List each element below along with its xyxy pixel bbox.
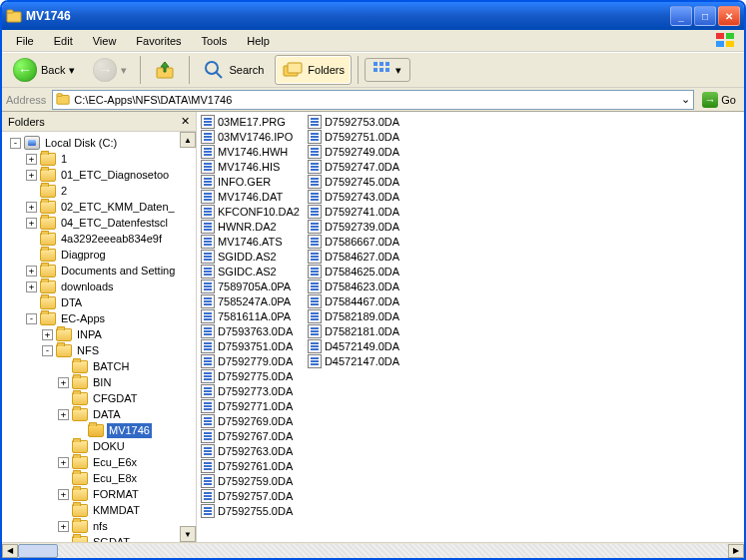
tree-node[interactable]: BATCH bbox=[4, 358, 196, 374]
file-item[interactable]: MV1746.ATS bbox=[201, 234, 300, 249]
menu-view[interactable]: View bbox=[85, 33, 125, 49]
horizontal-scrollbar[interactable]: ◀ ▶ bbox=[2, 542, 744, 558]
tree-toggle-icon[interactable]: + bbox=[42, 329, 53, 340]
tree-toggle-icon[interactable]: + bbox=[26, 281, 37, 292]
tree-node[interactable]: +FORMAT bbox=[4, 486, 196, 502]
tree-node[interactable]: -EC-Apps bbox=[4, 310, 196, 326]
file-item[interactable]: D7592757.0DA bbox=[201, 488, 300, 503]
menu-favorites[interactable]: Favorites bbox=[128, 33, 189, 49]
tree-toggle-icon[interactable]: + bbox=[58, 377, 69, 388]
tree-node[interactable]: +nfs bbox=[4, 518, 196, 534]
file-item[interactable]: MV1746.HIS bbox=[201, 159, 300, 174]
file-item[interactable]: D7584627.0DA bbox=[308, 249, 399, 264]
minimize-button[interactable]: _ bbox=[670, 6, 692, 26]
tree-toggle-icon[interactable]: - bbox=[10, 138, 21, 149]
tree-toggle-icon[interactable]: + bbox=[58, 457, 69, 468]
file-item[interactable]: D7592741.0DA bbox=[308, 204, 399, 219]
file-item[interactable]: D7592769.0DA bbox=[201, 413, 300, 428]
tree-node[interactable]: KMMDAT bbox=[4, 502, 196, 518]
file-item[interactable]: D7592743.0DA bbox=[308, 189, 399, 204]
file-item[interactable]: D7592771.0DA bbox=[201, 398, 300, 413]
file-list-pane[interactable]: 03ME17.PRG03MV1746.IPOMV1746.HWHMV1746.H… bbox=[197, 112, 744, 542]
scroll-track[interactable] bbox=[18, 544, 728, 558]
file-item[interactable]: SGIDC.AS2 bbox=[201, 264, 300, 279]
tree-node[interactable]: +01_ETC_Diagnosetoo bbox=[4, 167, 196, 183]
file-item[interactable]: D7592767.0DA bbox=[201, 428, 300, 443]
tree-toggle-icon[interactable]: + bbox=[26, 170, 37, 181]
scroll-down-button[interactable]: ▼ bbox=[180, 526, 196, 542]
file-item[interactable]: D7593751.0DA bbox=[201, 338, 300, 353]
back-button[interactable]: ← Back ▾ bbox=[6, 55, 82, 85]
file-item[interactable]: D7592763.0DA bbox=[201, 443, 300, 458]
scroll-thumb[interactable] bbox=[18, 544, 58, 558]
tree-toggle-icon[interactable]: + bbox=[58, 489, 69, 500]
file-item[interactable]: 7581611A.0PA bbox=[201, 308, 300, 323]
close-button[interactable]: ✕ bbox=[718, 6, 740, 26]
tree-node[interactable]: Diagprog bbox=[4, 247, 196, 263]
file-item[interactable]: 03MV1746.IPO bbox=[201, 129, 300, 144]
file-item[interactable]: 7585247A.0PA bbox=[201, 293, 300, 308]
file-item[interactable]: MV1746.DAT bbox=[201, 189, 300, 204]
tree-toggle-icon[interactable]: + bbox=[26, 154, 37, 165]
folder-tree[interactable]: ▲ -Local Disk (C:)+1+01_ETC_Diagnosetoo2… bbox=[2, 132, 196, 542]
maximize-button[interactable]: □ bbox=[694, 6, 716, 26]
file-item[interactable]: D7592755.0DA bbox=[201, 503, 300, 518]
tree-node[interactable]: DTA bbox=[4, 294, 196, 310]
file-item[interactable]: INFO.GER bbox=[201, 174, 300, 189]
file-item[interactable]: D7592775.0DA bbox=[201, 368, 300, 383]
scroll-up-button[interactable]: ▲ bbox=[180, 132, 196, 148]
file-item[interactable]: D7582181.0DA bbox=[308, 323, 399, 338]
up-button[interactable] bbox=[147, 55, 183, 85]
file-item[interactable]: D7592759.0DA bbox=[201, 473, 300, 488]
file-item[interactable]: D7592779.0DA bbox=[201, 353, 300, 368]
tree-node[interactable]: +04_ETC_Datenfestscl bbox=[4, 215, 196, 231]
menu-file[interactable]: File bbox=[8, 33, 42, 49]
tree-toggle-icon[interactable]: - bbox=[26, 313, 37, 324]
file-item[interactable]: D7592739.0DA bbox=[308, 219, 399, 234]
tree-node[interactable]: +INPA bbox=[4, 326, 196, 342]
tree-node[interactable]: +02_ETC_KMM_Daten_ bbox=[4, 199, 196, 215]
file-item[interactable]: KFCONF10.DA2 bbox=[201, 204, 300, 219]
tree-node[interactable]: DOKU bbox=[4, 438, 196, 454]
tree-node[interactable]: 2 bbox=[4, 183, 196, 199]
menu-help[interactable]: Help bbox=[239, 33, 278, 49]
file-item[interactable]: D4572147.0DA bbox=[308, 353, 399, 368]
close-pane-icon[interactable]: ✕ bbox=[181, 115, 190, 128]
tree-toggle-icon[interactable]: + bbox=[58, 521, 69, 532]
file-item[interactable]: D7584467.0DA bbox=[308, 293, 399, 308]
file-item[interactable]: 03ME17.PRG bbox=[201, 114, 300, 129]
file-item[interactable]: D7592747.0DA bbox=[308, 159, 399, 174]
scroll-right-button[interactable]: ▶ bbox=[728, 544, 744, 558]
file-item[interactable]: D7592753.0DA bbox=[308, 114, 399, 129]
menu-tools[interactable]: Tools bbox=[194, 33, 236, 49]
file-item[interactable]: D4572149.0DA bbox=[308, 338, 399, 353]
scroll-left-button[interactable]: ◀ bbox=[2, 544, 18, 558]
address-dropdown-icon[interactable]: ⌄ bbox=[681, 93, 690, 106]
tree-node[interactable]: -NFS bbox=[4, 342, 196, 358]
file-item[interactable]: D7586667.0DA bbox=[308, 234, 399, 249]
tree-node[interactable]: 4a3292eeeab834e9f bbox=[4, 231, 196, 247]
titlebar[interactable]: MV1746 _ □ ✕ bbox=[2, 2, 744, 30]
tree-node[interactable]: +Ecu_E6x bbox=[4, 454, 196, 470]
search-button[interactable]: Search bbox=[196, 55, 271, 85]
tree-node[interactable]: CFGDAT bbox=[4, 390, 196, 406]
file-item[interactable]: D7584623.0DA bbox=[308, 279, 399, 293]
tree-toggle-icon[interactable]: + bbox=[58, 409, 69, 420]
file-item[interactable]: D7582189.0DA bbox=[308, 308, 399, 323]
tree-toggle-icon[interactable]: - bbox=[42, 345, 53, 356]
file-item[interactable]: D7593763.0DA bbox=[201, 323, 300, 338]
file-item[interactable]: D7592751.0DA bbox=[308, 129, 399, 144]
tree-toggle-icon[interactable]: + bbox=[26, 218, 37, 229]
views-button[interactable]: ▾ bbox=[365, 58, 410, 82]
tree-node[interactable]: +DATA bbox=[4, 406, 196, 422]
file-item[interactable]: SGIDD.AS2 bbox=[201, 249, 300, 264]
address-input[interactable]: C:\EC-Apps\NFS\DATA\MV1746 ⌄ bbox=[52, 90, 694, 110]
tree-node[interactable]: MV1746 bbox=[4, 422, 196, 438]
menu-edit[interactable]: Edit bbox=[46, 33, 81, 49]
folders-button[interactable]: Folders bbox=[275, 55, 352, 85]
tree-node[interactable]: Ecu_E8x bbox=[4, 470, 196, 486]
file-item[interactable]: D7592761.0DA bbox=[201, 458, 300, 473]
tree-node[interactable]: +Documents and Setting bbox=[4, 263, 196, 279]
file-item[interactable]: HWNR.DA2 bbox=[201, 219, 300, 234]
go-button[interactable]: → Go bbox=[698, 90, 740, 110]
